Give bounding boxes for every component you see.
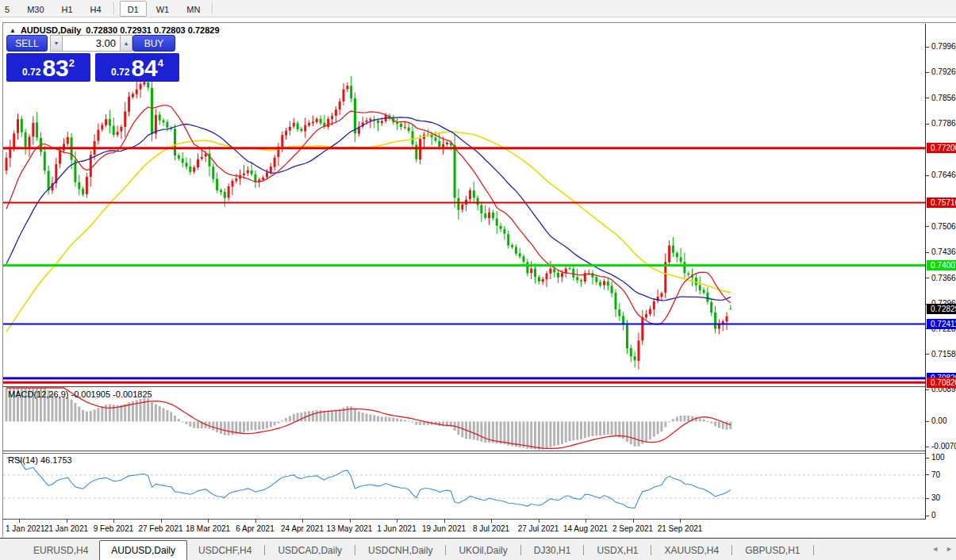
toolbar-separator: [212, 2, 213, 14]
mt4-workspace: 5M30H1H4D1W1MN ▲ AUDUSD,Daily 0.72830 0.…: [0, 0, 956, 560]
price-tick-0.79260: 0.79260: [931, 67, 956, 76]
date-label: 19 Jun 2021: [422, 524, 466, 533]
timeframe-button-mn[interactable]: MN: [179, 1, 208, 17]
rsi-pane-canvas[interactable]: [3, 454, 925, 519]
chart-title: ▲ AUDUSD,Daily 0.72830 0.72931 0.72803 0…: [10, 25, 220, 35]
date-label: 27 Jul 2021: [518, 524, 559, 533]
date-label: 21 Sep 2021: [658, 524, 703, 533]
rsi-pane-separator[interactable]: [2, 451, 956, 451]
one-click-trading-panel: SELL ▼ ▲ BUY 0.72 83 2 0.72 84 4: [6, 35, 179, 82]
date-tick: [255, 520, 256, 523]
rsi-tick-100-mark: [926, 458, 929, 458]
chart-tab-xauusd-h4[interactable]: XAUUSD,H4: [653, 541, 730, 560]
date-axis: 1 Jan 202121 Jan 20219 Feb 202127 Feb 20…: [3, 520, 925, 537]
date-label: 21 Jan 2021: [44, 524, 88, 533]
price-tick-0.71580: 0.71580: [931, 350, 956, 359]
macd-tick--0.00701: -0.00701: [931, 442, 956, 451]
level-badge-0.74007: 0.74007: [927, 260, 956, 270]
price-tick-0.74360-mark: [926, 252, 929, 253]
price-tick-0.73660: 0.73660: [931, 274, 956, 282]
date-label: 13 May 2021: [327, 524, 373, 533]
price-tick-0.77860-mark: [926, 124, 929, 125]
collapse-triangle-icon[interactable]: ▲: [10, 27, 16, 34]
volume-input[interactable]: [63, 35, 120, 52]
price-tick-0.74360: 0.74360: [931, 247, 956, 256]
chart-tab-usdchf-h4[interactable]: USDCHF,H4: [187, 541, 263, 560]
chart-tab-usdcad-daily[interactable]: USDCAD,Daily: [267, 541, 353, 560]
chart-tab-usdcnh-daily[interactable]: USDCNH,Daily: [357, 541, 443, 560]
sell-button[interactable]: SELL: [6, 35, 48, 52]
timeframe-button-m30[interactable]: M30: [19, 1, 52, 17]
volume-decrease-button[interactable]: ▼: [50, 35, 63, 52]
tab-separator: [264, 545, 265, 555]
date-label: 9 Feb 2021: [94, 524, 134, 533]
rsi-tick-70: 70: [931, 470, 940, 479]
price-tick-0.79260-mark: [926, 72, 929, 73]
timeframe-button-h1[interactable]: H1: [54, 1, 81, 17]
tab-separator: [445, 545, 446, 555]
price-tick-0.71580-mark: [926, 354, 929, 355]
date-tick: [350, 520, 351, 523]
timeframe-button-5[interactable]: 5: [0, 1, 17, 17]
timeframe-button-d1[interactable]: D1: [120, 1, 147, 17]
chart-tab-usdx-h1[interactable]: USDX,H1: [586, 541, 649, 560]
buy-button[interactable]: BUY: [132, 35, 175, 52]
timeframe-button-h4[interactable]: H4: [83, 1, 109, 17]
macd-label: MACD(12,26,9) -0.001905 -0.001825: [8, 389, 152, 399]
tab-scroll-right-button[interactable]: ►: [946, 545, 953, 553]
rsi-tick-30-mark: [926, 498, 929, 499]
buy-price-big: 84: [131, 56, 157, 80]
timeframe-toolbar: 5M30H1H4D1W1MN: [0, 0, 956, 17]
chart-tab-bar: EURUSD,H4AUDUSD,DailyUSDCHF,H4USDCAD,Dai…: [0, 538, 956, 560]
volume-increase-button[interactable]: ▲: [120, 35, 132, 52]
price-tick-0.76460: 0.76460: [931, 171, 956, 179]
date-tick: [302, 520, 303, 523]
price-tick-0.75060-mark: [926, 226, 929, 227]
chart-tab-eurusd-h4[interactable]: EURUSD,H4: [22, 541, 99, 560]
date-tick: [397, 520, 397, 523]
date-label: 1 Jan 2021: [6, 524, 45, 533]
date-tick: [161, 520, 162, 523]
timeframe-button-w1[interactable]: W1: [148, 1, 178, 17]
rsi-tick-70-mark: [926, 474, 929, 475]
date-tick: [67, 520, 67, 523]
rsi-tick-30: 30: [931, 493, 940, 502]
chart-tab-dj30-h1[interactable]: DJ30,H1: [523, 541, 582, 560]
price-tick-0.78560: 0.78560: [931, 94, 956, 102]
buy-price-display[interactable]: 0.72 84 4: [95, 53, 179, 82]
level-badge-0.77200: 0.77200: [927, 143, 956, 153]
date-label: 27 Feb 2021: [138, 524, 182, 533]
rsi-tick-0-mark: [926, 516, 929, 516]
macd-tick-0.00: 0.00: [931, 416, 946, 425]
date-tick: [539, 520, 539, 523]
date-label: 2 Sep 2021: [612, 524, 653, 533]
buy-price-sup: 4: [158, 57, 163, 69]
date-tick: [19, 520, 20, 523]
chart-tab-ukoil-daily[interactable]: UKOil,Daily: [447, 541, 518, 560]
macd-tick--0.00701-mark: [926, 447, 929, 447]
rsi-label: RSI(14) 46.1753: [8, 455, 72, 465]
level-badge-0.75716: 0.75716: [927, 198, 956, 208]
chart-ohlc-values: 0.72830 0.72931 0.72803 0.72829: [86, 25, 219, 35]
price-tick-0.76460-mark: [926, 175, 929, 176]
price-tick-0.78560-mark: [926, 98, 929, 98]
level-badge-0.72411: 0.72411: [927, 319, 956, 329]
sell-price-display[interactable]: 0.72 83 2: [6, 53, 90, 82]
price-axis: 0.799600.792600.785600.778600.764600.750…: [925, 24, 956, 520]
tab-separator: [520, 545, 521, 555]
tab-separator: [355, 545, 355, 555]
date-tick: [633, 520, 634, 523]
chart-symbol-period: AUDUSD,Daily: [21, 25, 81, 35]
price-tick-0.75060: 0.75060: [931, 222, 956, 231]
window-top-border: [2, 22, 956, 23]
tab-scroll-left-button[interactable]: ◄: [931, 545, 939, 553]
tab-separator: [813, 545, 814, 555]
date-label: 18 Mar 2021: [186, 524, 230, 533]
chart-tab-audusd-daily[interactable]: AUDUSD,Daily: [99, 540, 187, 560]
date-tick: [680, 520, 681, 523]
date-label: 14 Aug 2021: [563, 524, 608, 533]
chart-tab-gbpusd-h1[interactable]: GBPUSD,H1: [734, 541, 811, 560]
level-badge-0.70820: 0.70820: [927, 378, 956, 388]
tabs-holder: EURUSD,H4AUDUSD,DailyUSDCHF,H4USDCAD,Dai…: [22, 540, 816, 560]
tab-separator: [731, 545, 732, 555]
